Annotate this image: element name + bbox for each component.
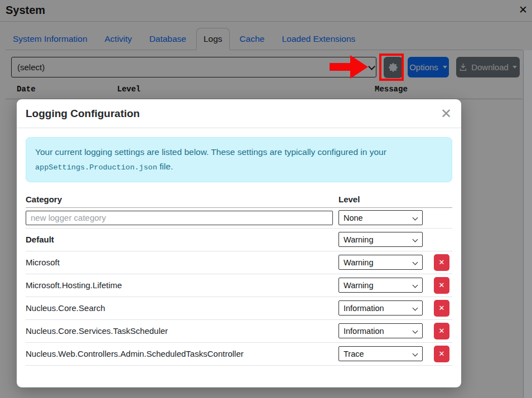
info-alert-text-suffix: file. [159, 162, 173, 171]
logger-level-select[interactable]: Trace [338, 346, 423, 361]
logger-category: Default [26, 235, 54, 244]
logger-category: Microsoft [26, 258, 60, 267]
delete-logger-button[interactable]: ✕ [434, 277, 449, 294]
config-file-name: appSettings.Production.json [35, 163, 157, 172]
delete-logger-button[interactable]: ✕ [434, 300, 449, 317]
logger-row: Default Warning [26, 229, 452, 251]
logger-category: Nucleus.Core.Services.TaskScheduler [26, 326, 168, 336]
logger-category: Microsoft.Hosting.Lifetime [26, 280, 122, 290]
logger-row: Nucleus.Core.Services.TaskScheduler Info… [26, 320, 452, 343]
modal-header: Logging Configuration ✕ [17, 99, 461, 128]
logger-row: Microsoft Warning ✕ [26, 251, 452, 274]
logger-config-table: Category Level None [26, 191, 452, 366]
delete-logger-button[interactable]: ✕ [434, 323, 449, 339]
logger-row: Nucleus.Core.Search Information ✕ [26, 297, 452, 320]
new-logger-row: None [26, 208, 452, 229]
logger-category: Nucleus.Web.Controllers.Admin.ScheduledT… [26, 349, 244, 358]
new-logger-level-select[interactable]: None [338, 210, 423, 225]
new-logger-category-input[interactable] [26, 211, 333, 225]
delete-logger-button[interactable]: ✕ [434, 254, 449, 271]
logger-row: Nucleus.Web.Controllers.Admin.ScheduledT… [26, 343, 452, 366]
logger-category: Nucleus.Core.Search [26, 303, 105, 313]
logger-level-select[interactable]: Warning [338, 255, 423, 270]
delete-logger-button[interactable]: ✕ [434, 346, 449, 362]
system-dialog: System ✕ System InformationActivityDatab… [0, 0, 532, 398]
level-column-header: Level [338, 195, 423, 204]
logging-configuration-modal: Logging Configuration ✕ Your current log… [17, 99, 461, 387]
modal-close-icon[interactable]: ✕ [441, 108, 452, 120]
info-alert: Your current logging settings are listed… [26, 137, 452, 182]
logger-level-select[interactable]: Warning [338, 278, 423, 293]
logger-level-select[interactable]: Information [338, 300, 423, 316]
info-alert-text: Your current logging settings are listed… [35, 147, 386, 157]
logger-row: Microsoft.Hosting.Lifetime Warning ✕ [26, 274, 452, 297]
scrollbar[interactable] [523, 50, 532, 398]
logger-level-select[interactable]: Warning [338, 232, 423, 247]
logger-table-header: Category Level [26, 191, 452, 208]
modal-body: Your current logging settings are listed… [17, 128, 461, 387]
category-column-header: Category [26, 195, 338, 204]
logger-level-select[interactable]: Information [338, 323, 423, 338]
modal-title: Logging Configuration [26, 108, 140, 120]
